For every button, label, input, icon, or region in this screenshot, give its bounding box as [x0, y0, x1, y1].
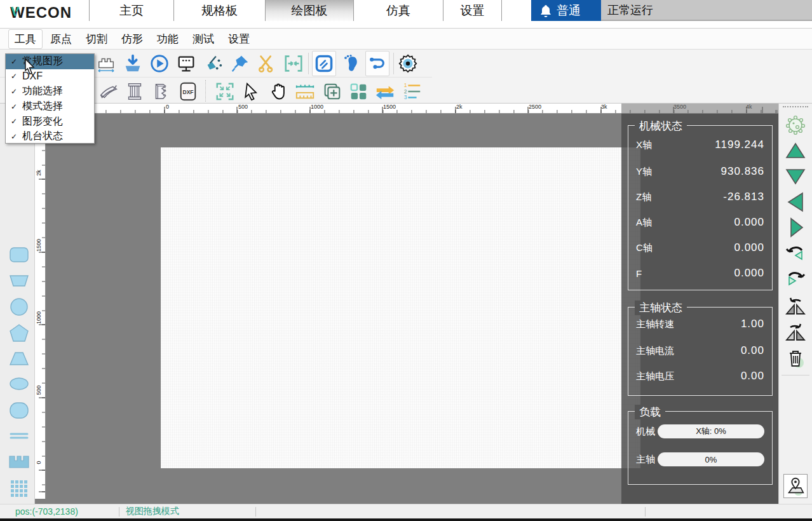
menu-settings[interactable]: 设置 — [222, 30, 255, 48]
menu-cut[interactable]: 切割 — [80, 30, 113, 48]
sequence-button[interactable]: 1 2 3 — [400, 79, 424, 104]
process-settings-button[interactable] — [396, 51, 420, 76]
swap-order-button[interactable] — [373, 79, 397, 104]
menu-origin[interactable]: 原点 — [44, 30, 78, 48]
measure-button[interactable] — [293, 79, 317, 104]
download-button[interactable] — [121, 51, 145, 76]
shape-rounded-rect-button[interactable] — [7, 243, 31, 266]
dxf-import-button[interactable]: DXF — [176, 79, 200, 104]
tab-settings[interactable]: 设置 — [443, 0, 502, 21]
clean-button[interactable] — [201, 51, 226, 76]
load-title: 负载 — [635, 405, 665, 419]
zigzag-3d-icon — [150, 81, 172, 102]
dxf-file-label: DXF — [183, 89, 194, 95]
shape-trapezoid-down-button[interactable] — [7, 269, 31, 292]
alarm-badge[interactable]: 普通 — [531, 0, 601, 21]
machine-status-group: 机械状态 X轴1199.244 Y轴930.836 Z轴-26.813 A轴0.… — [628, 125, 773, 290]
menu-function[interactable]: 功能 — [151, 30, 184, 48]
fit-view-button[interactable] — [213, 79, 237, 104]
jog-right-button[interactable] — [783, 215, 808, 240]
menu-item-mode-select[interactable]: ✓ 模式选择 — [6, 99, 94, 114]
machine-bed-icon — [95, 53, 117, 74]
title-bar: WECON 主页 规格板 绘图板 仿真 设置 普通 正常运行 — [0, 0, 812, 29]
shape-grid-button[interactable] — [7, 477, 31, 500]
sequence-list-icon: 1 2 3 — [401, 81, 423, 102]
tab-drawing-board[interactable]: 绘图板 — [266, 0, 354, 21]
shape-ellipse-button[interactable] — [7, 372, 31, 395]
menu-profiling[interactable]: 仿形 — [116, 30, 149, 48]
menu-item-dxf[interactable]: ✓ DXF — [6, 69, 94, 85]
delete-button[interactable] — [783, 346, 808, 370]
shape-trapezoid-up-button[interactable] — [7, 347, 31, 370]
rotate-cw-icon — [784, 267, 807, 290]
menu-item-shape-transform[interactable]: ✓ 图形变化 — [6, 114, 94, 129]
menu-tools[interactable]: 工具 — [9, 30, 42, 48]
rotate-cw-button[interactable] — [783, 266, 808, 290]
jog-left-button[interactable] — [783, 190, 808, 214]
monitor-button[interactable] — [174, 51, 198, 76]
wecon-logo: WECON — [10, 4, 86, 20]
axis-row-z: Z轴-26.813 — [628, 184, 772, 210]
alarm-level-label: 普通 — [557, 3, 581, 19]
flip-left-icon — [784, 295, 807, 318]
path-mode-button[interactable] — [365, 51, 389, 76]
probe-wheel-button[interactable] — [783, 112, 808, 137]
shape-comb-button[interactable] — [7, 450, 31, 473]
tab-simulation[interactable]: 仿真 — [354, 0, 443, 21]
menu-item-regular-shapes[interactable]: ✓ 常规图形 — [6, 54, 94, 69]
pin-button[interactable] — [228, 51, 252, 76]
spindle-load-row: 主轴 0% — [628, 446, 772, 473]
shape-circle-button[interactable] — [7, 295, 31, 318]
triangle-left-icon — [786, 191, 805, 213]
rotate-ccw-button[interactable] — [783, 241, 808, 265]
check-icon: ✓ — [11, 132, 18, 141]
cursor-tool-icon — [241, 81, 262, 102]
triangle-right-icon — [786, 217, 805, 238]
circle-icon — [8, 296, 30, 318]
clean-broom-icon — [203, 53, 224, 74]
vertical-ruler: 2k 1500 1000 500 0 — [35, 114, 46, 499]
play-button[interactable] — [147, 51, 172, 76]
menu-item-machine-state[interactable]: ✓ 机台状态 — [6, 129, 94, 144]
machine-load-row: 机械 X轴: 0% — [628, 417, 772, 446]
drag-handle[interactable] — [783, 106, 808, 108]
work-sheet[interactable] — [161, 147, 640, 468]
jog-down-button[interactable] — [783, 165, 808, 189]
column-shape-button[interactable] — [123, 79, 147, 104]
zigzag-shape-button[interactable] — [149, 79, 173, 104]
tools-dropdown-menu: ✓ 常规图形 ✓ DXF ✓ 功能选择 ✓ 模式选择 ✓ 图形变化 ✓ 机台状态 — [5, 53, 95, 144]
bottom-edge — [0, 518, 812, 521]
mouse-cursor — [24, 58, 36, 78]
jog-up-button[interactable] — [783, 139, 808, 163]
scissors-button[interactable] — [255, 51, 279, 76]
flip-left-button[interactable] — [783, 294, 808, 318]
beam-shape-button[interactable] — [97, 79, 121, 104]
shape-pentagon-button[interactable] — [7, 321, 31, 344]
hatch-fill-button[interactable] — [312, 51, 336, 76]
machine-bed-button[interactable] — [94, 51, 118, 76]
shape-stadium-button[interactable] — [7, 399, 31, 422]
merge-button[interactable] — [281, 51, 306, 76]
scissors-icon — [256, 53, 278, 74]
check-icon: ✓ — [11, 87, 18, 96]
axis-row-a: A轴0.000 — [628, 210, 772, 235]
copy-array-button[interactable] — [320, 79, 344, 104]
machine-load-bar: X轴: 0% — [658, 424, 764, 438]
select-tool-button[interactable] — [240, 79, 264, 104]
tab-spec-board[interactable]: 规格板 — [174, 0, 266, 21]
swap-arrows-icon — [374, 81, 396, 102]
layout-blocks-button[interactable] — [346, 79, 370, 104]
tab-home[interactable]: 主页 — [89, 0, 174, 21]
locate-button[interactable] — [783, 474, 808, 498]
menu-item-function-select[interactable]: ✓ 功能选择 — [6, 84, 94, 99]
statusbar-divider-3 — [645, 507, 646, 517]
shape-parallel-lines-button[interactable] — [7, 424, 31, 447]
pan-tool-button[interactable] — [266, 79, 290, 104]
hatch-square-icon — [314, 53, 334, 74]
jog-tool-column — [778, 104, 812, 504]
menu-test[interactable]: 测试 — [187, 30, 220, 48]
rounded-rect-icon — [8, 245, 30, 264]
footprint-button[interactable] — [339, 51, 363, 76]
flip-right-button[interactable] — [783, 320, 808, 344]
trapezoid-down-icon — [8, 271, 30, 290]
